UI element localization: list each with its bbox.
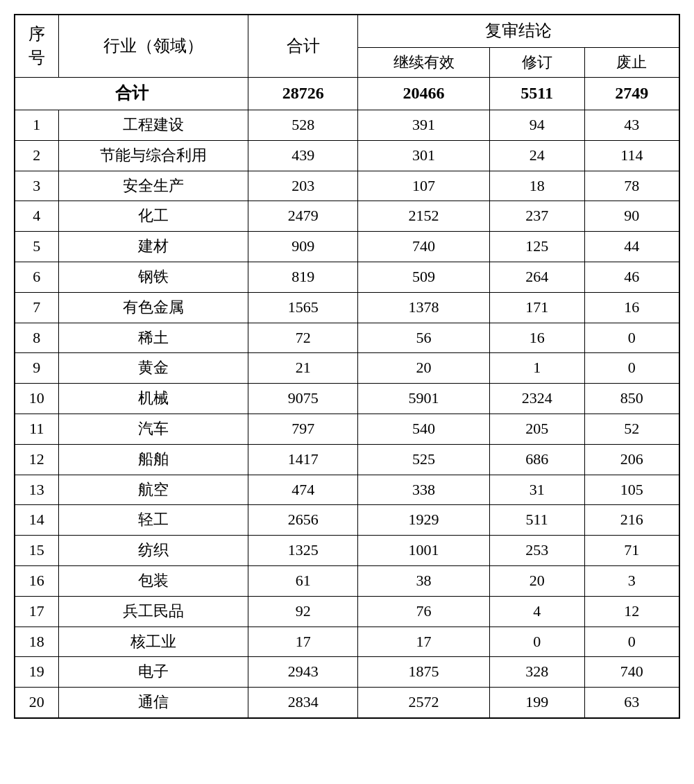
cell-revise: 31 — [489, 475, 584, 505]
cell-seq: 3 — [15, 171, 58, 201]
cell-seq: 20 — [15, 688, 58, 718]
cell-seq: 17 — [15, 596, 58, 627]
cell-abolish: 0 — [584, 627, 679, 657]
total-row: 合计 28726 20466 5511 2749 — [15, 78, 679, 110]
cell-continue: 740 — [358, 232, 489, 262]
cell-seq: 7 — [15, 292, 58, 323]
cell-industry: 轻工 — [58, 505, 248, 536]
cell-revise: 205 — [489, 414, 584, 444]
cell-seq: 6 — [15, 262, 58, 292]
cell-revise: 511 — [489, 505, 584, 536]
table-row: 13航空47433831105 — [15, 475, 679, 505]
cell-revise: 237 — [489, 201, 584, 232]
cell-continue: 1378 — [358, 292, 489, 323]
table-container: 序号 行业（领域） 合计 复审结论 继续有效 修订 废止 合计 28726 20… — [14, 14, 680, 719]
header-revise: 修订 — [489, 47, 584, 78]
cell-seq: 1 — [15, 110, 58, 140]
cell-total: 17 — [248, 627, 358, 657]
table-row: 9黄金212010 — [15, 353, 679, 384]
total-label: 合计 — [15, 78, 248, 110]
cell-revise: 328 — [489, 657, 584, 688]
cell-abolish: 0 — [584, 353, 679, 384]
cell-continue: 1001 — [358, 536, 489, 566]
cell-seq: 5 — [15, 232, 58, 262]
cell-continue: 107 — [358, 171, 489, 201]
cell-abolish: 16 — [584, 292, 679, 323]
cell-total: 2834 — [248, 688, 358, 718]
cell-industry: 工程建设 — [58, 110, 248, 140]
cell-total: 1417 — [248, 444, 358, 475]
table-row: 11汽车79754020552 — [15, 414, 679, 444]
cell-revise: 686 — [489, 444, 584, 475]
cell-total: 21 — [248, 353, 358, 384]
cell-continue: 17 — [358, 627, 489, 657]
cell-total: 2479 — [248, 201, 358, 232]
cell-total: 92 — [248, 596, 358, 627]
cell-revise: 94 — [489, 110, 584, 140]
cell-industry: 黄金 — [58, 353, 248, 384]
cell-industry: 包装 — [58, 565, 248, 596]
cell-industry: 纺织 — [58, 536, 248, 566]
table-row: 14轻工26561929511216 — [15, 505, 679, 536]
table-row: 17兵工民品9276412 — [15, 596, 679, 627]
cell-total: 797 — [248, 414, 358, 444]
cell-revise: 125 — [489, 232, 584, 262]
cell-industry: 钢铁 — [58, 262, 248, 292]
cell-abolish: 12 — [584, 596, 679, 627]
table-row: 1工程建设5283919443 — [15, 110, 679, 140]
cell-continue: 56 — [358, 323, 489, 353]
cell-total: 72 — [248, 323, 358, 353]
table-row: 6钢铁81950926446 — [15, 262, 679, 292]
cell-industry: 核工业 — [58, 627, 248, 657]
header-abolish: 废止 — [584, 47, 679, 78]
cell-abolish: 105 — [584, 475, 679, 505]
cell-industry: 建材 — [58, 232, 248, 262]
cell-continue: 2572 — [358, 688, 489, 718]
cell-seq: 14 — [15, 505, 58, 536]
cell-industry: 汽车 — [58, 414, 248, 444]
cell-seq: 9 — [15, 353, 58, 384]
cell-abolish: 206 — [584, 444, 679, 475]
total-total: 28726 — [248, 78, 358, 110]
cell-seq: 19 — [15, 657, 58, 688]
cell-revise: 16 — [489, 323, 584, 353]
cell-continue: 391 — [358, 110, 489, 140]
cell-abolish: 43 — [584, 110, 679, 140]
table-row: 20通信2834257219963 — [15, 688, 679, 718]
table-row: 16包装6138203 — [15, 565, 679, 596]
cell-continue: 301 — [358, 140, 489, 171]
cell-revise: 1 — [489, 353, 584, 384]
cell-abolish: 44 — [584, 232, 679, 262]
cell-revise: 24 — [489, 140, 584, 171]
cell-total: 439 — [248, 140, 358, 171]
table-row: 4化工2479215223790 — [15, 201, 679, 232]
cell-continue: 1929 — [358, 505, 489, 536]
cell-revise: 199 — [489, 688, 584, 718]
table-row: 8稀土7256160 — [15, 323, 679, 353]
cell-abolish: 63 — [584, 688, 679, 718]
header-total: 合计 — [248, 15, 358, 78]
cell-total: 203 — [248, 171, 358, 201]
table-row: 12船舶1417525686206 — [15, 444, 679, 475]
cell-revise: 253 — [489, 536, 584, 566]
cell-industry: 船舶 — [58, 444, 248, 475]
cell-industry: 航空 — [58, 475, 248, 505]
total-abolish: 2749 — [584, 78, 679, 110]
cell-continue: 2152 — [358, 201, 489, 232]
cell-total: 1565 — [248, 292, 358, 323]
total-revise: 5511 — [489, 78, 584, 110]
cell-total: 474 — [248, 475, 358, 505]
cell-total: 9075 — [248, 384, 358, 414]
cell-revise: 0 — [489, 627, 584, 657]
cell-abolish: 46 — [584, 262, 679, 292]
cell-abolish: 114 — [584, 140, 679, 171]
cell-total: 909 — [248, 232, 358, 262]
cell-continue: 1875 — [358, 657, 489, 688]
cell-industry: 兵工民品 — [58, 596, 248, 627]
header-seq: 序号 — [15, 15, 58, 78]
main-table: 序号 行业（领域） 合计 复审结论 继续有效 修订 废止 合计 28726 20… — [14, 14, 680, 719]
cell-seq: 18 — [15, 627, 58, 657]
cell-revise: 264 — [489, 262, 584, 292]
cell-abolish: 740 — [584, 657, 679, 688]
cell-abolish: 52 — [584, 414, 679, 444]
